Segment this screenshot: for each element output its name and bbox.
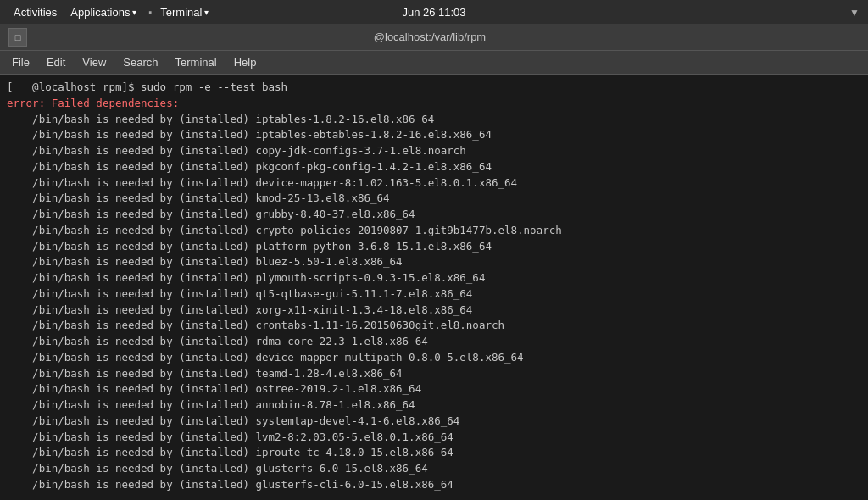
menu-item-edit[interactable]: Edit [40, 54, 72, 70]
terminal-title: @localhost:/var/lib/rpm [27, 31, 832, 43]
terminal-line: /bin/bash is needed by (installed) iptab… [7, 127, 861, 143]
titlebar-left: □ [8, 28, 27, 47]
terminal-line: [ @localhost rpm]$ sudo rpm -e --test ba… [7, 80, 861, 96]
menu-item-search[interactable]: Search [116, 54, 164, 70]
terminal-line: /bin/bash is needed by (installed) platf… [7, 239, 861, 255]
terminal-chevron-icon: ▾ [204, 8, 209, 17]
window-icon: □ [15, 32, 21, 42]
datetime-display: Jun 26 11:03 [402, 6, 465, 19]
terminal-line: /bin/bash is needed by (installed) cront… [7, 318, 861, 334]
applications-menu[interactable]: Applications ▾ [65, 6, 142, 19]
terminal-line: /bin/bash is needed by (installed) devic… [7, 350, 861, 366]
terminal-line: /bin/bash is needed by (installed) glust… [7, 461, 861, 477]
terminal-body[interactable]: [ @localhost rpm]$ sudo rpm -e --test ba… [0, 75, 868, 500]
terminal-indicator: ▪ [148, 7, 152, 17]
terminal-line: /bin/bash is needed by (installed) devic… [7, 175, 861, 192]
system-bar-left: Activities Applications ▾ ▪ Terminal ▾ [8, 6, 214, 19]
terminal-line: /bin/bash is needed by (installed) ostre… [7, 381, 861, 397]
terminal-line: /bin/bash is needed by (installed) glust… [7, 477, 861, 493]
terminal-line: /bin/bash is needed by (installed) crypt… [7, 223, 861, 239]
system-bar-center: Jun 26 11:03 [402, 6, 465, 19]
terminal-line: /bin/bash is needed by (installed) grubb… [7, 207, 861, 223]
applications-label: Applications [70, 6, 130, 19]
terminal-line: /bin/bash is needed by (installed) rdma-… [7, 334, 861, 350]
terminal-line: /bin/bash is needed by (installed) lvm2-… [7, 430, 861, 446]
activities-button[interactable]: Activities [8, 6, 62, 19]
system-bar-right: ▼ [849, 6, 860, 19]
terminal-line: /bin/bash is needed by (installed) bluez… [7, 254, 861, 270]
menu-bar: FileEditViewSearchTerminalHelp [0, 51, 868, 75]
terminal-line: /bin/bash is needed by (installed) iprou… [7, 445, 861, 461]
terminal-menu[interactable]: Terminal ▾ [155, 6, 214, 19]
terminal-line: /bin/bash is needed by (installed) annob… [7, 397, 861, 414]
applications-chevron-icon: ▾ [132, 8, 136, 17]
system-bar: Activities Applications ▾ ▪ Terminal ▾ J… [0, 0, 868, 24]
terminal-line: error: Failed dependencies: [7, 96, 861, 112]
terminal-line: /bin/bash is needed by (installed) pkgco… [7, 159, 861, 175]
system-tray: ▼ [849, 7, 860, 19]
terminal-line: /bin/bash is needed by (installed) kmod-… [7, 191, 861, 207]
menu-item-terminal[interactable]: Terminal [169, 54, 224, 70]
terminal-line: /bin/bash is needed by (installed) qt5-q… [7, 286, 861, 303]
terminal-line: /bin/bash is needed by (installed) plymo… [7, 270, 861, 286]
terminal-line: /bin/bash is needed by (installed) copy-… [7, 143, 861, 159]
menu-item-help[interactable]: Help [227, 54, 264, 70]
terminal-line: /bin/bash is needed by (installed) xorg-… [7, 303, 861, 319]
terminal-line: /bin/bash is needed by (installed) teamd… [7, 366, 861, 382]
menu-item-file[interactable]: File [5, 54, 36, 70]
minimize-button[interactable]: □ [8, 28, 27, 47]
terminal-line: /bin/bash is needed by (installed) iptab… [7, 112, 861, 128]
terminal-monitor-icon: ▪ [148, 7, 152, 17]
terminal-line: /bin/bash is needed by (installed) syste… [7, 414, 861, 430]
terminal-label: Terminal [160, 6, 202, 19]
terminal-titlebar: □ @localhost:/var/lib/rpm [0, 24, 868, 51]
menu-item-view[interactable]: View [75, 54, 113, 70]
